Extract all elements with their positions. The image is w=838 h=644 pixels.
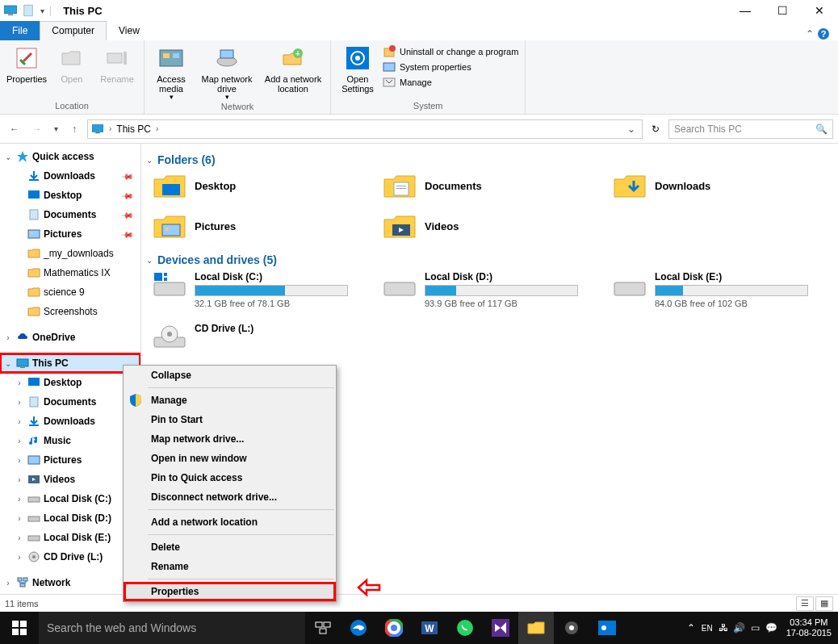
add-network-location-button[interactable]: + Add a network location bbox=[261, 42, 325, 102]
qat-doc-icon[interactable] bbox=[21, 3, 36, 18]
ctx-pin-start[interactable]: Pin to Start bbox=[124, 410, 336, 429]
tab-view[interactable]: View bbox=[107, 21, 152, 40]
up-button[interactable]: ↑ bbox=[65, 119, 84, 139]
sidebar-pc-cd-drive[interactable]: ›CD Drive (L:) bbox=[0, 547, 140, 567]
sidebar-this-pc[interactable]: ⌄This PC bbox=[0, 353, 140, 373]
access-media-button[interactable]: Access media▾ bbox=[149, 42, 193, 102]
ribbon-collapse-chevron[interactable]: ⌃ bbox=[806, 28, 814, 40]
sidebar-pc-downloads[interactable]: ›Downloads bbox=[0, 412, 140, 431]
sidebar-quick-access[interactable]: ⌄ Quick access bbox=[0, 147, 140, 166]
folder-desktop[interactable]: Desktop bbox=[153, 171, 375, 200]
drive-c[interactable]: Local Disk (C:)32.1 GB free of 78.1 GB bbox=[153, 271, 375, 308]
taskbar-search[interactable]: Search the web and Windows bbox=[39, 612, 305, 644]
properties-button[interactable]: Properties bbox=[5, 42, 48, 101]
task-app[interactable] bbox=[589, 612, 625, 644]
sidebar-qa-downloads[interactable]: Downloads📌 bbox=[0, 166, 140, 186]
uninstall-program-button[interactable]: Uninstall or change a program bbox=[383, 45, 518, 58]
task-word[interactable]: W bbox=[412, 612, 447, 644]
ctx-disconnect-drive[interactable]: Disconnect network drive... bbox=[124, 487, 336, 507]
details-view-button[interactable]: ☰ bbox=[796, 596, 814, 611]
folders-header[interactable]: ⌄Folders (6) bbox=[146, 153, 835, 166]
close-button[interactable]: ✕ bbox=[801, 0, 838, 21]
sidebar-qa-documents[interactable]: Documents📌 bbox=[0, 205, 140, 224]
drive-e[interactable]: Local Disk (E:)84.0 GB free of 102 GB bbox=[613, 271, 835, 308]
sidebar-pc-documents[interactable]: ›Documents bbox=[0, 392, 140, 412]
ctx-delete[interactable]: Delete bbox=[124, 537, 336, 557]
folder-documents[interactable]: Documents bbox=[383, 171, 605, 200]
svg-point-28 bbox=[31, 232, 33, 235]
icons-view-button[interactable]: ▦ bbox=[815, 596, 833, 611]
svg-rect-63 bbox=[20, 621, 27, 627]
ctx-map-drive[interactable]: Map network drive... bbox=[124, 429, 336, 449]
drive-d[interactable]: Local Disk (D:)93.9 GB free of 117 GB bbox=[383, 271, 605, 308]
task-explorer[interactable] bbox=[518, 612, 554, 644]
back-button[interactable]: ← bbox=[5, 119, 24, 139]
forward-button[interactable]: → bbox=[27, 119, 47, 139]
ctx-rename[interactable]: Rename bbox=[124, 557, 336, 576]
task-vs[interactable] bbox=[483, 612, 518, 644]
ribbon-group-system: Open Settings Uninstall or change a prog… bbox=[331, 40, 526, 114]
tray-chevron[interactable]: ⌃ bbox=[683, 612, 699, 644]
manage-button[interactable]: Manage bbox=[383, 76, 518, 89]
system-properties-button[interactable]: System properties bbox=[383, 61, 518, 73]
task-chrome[interactable] bbox=[376, 612, 412, 644]
ctx-properties[interactable]: Properties bbox=[124, 582, 336, 601]
help-icon[interactable]: ? bbox=[817, 27, 830, 40]
svg-rect-57 bbox=[384, 282, 415, 295]
refresh-button[interactable]: ↻ bbox=[646, 119, 665, 139]
task-edge[interactable] bbox=[341, 612, 376, 644]
tray-volume-icon[interactable]: 🔊 bbox=[731, 612, 748, 644]
minimize-button[interactable]: — bbox=[727, 0, 764, 21]
start-button[interactable] bbox=[0, 612, 39, 644]
whatsapp-icon bbox=[456, 619, 474, 637]
tray-battery-icon[interactable]: ▭ bbox=[748, 612, 764, 644]
folder-videos[interactable]: Videos bbox=[383, 211, 605, 240]
download-icon bbox=[27, 169, 40, 182]
pc-icon bbox=[3, 3, 18, 18]
ctx-manage[interactable]: Manage bbox=[124, 391, 336, 410]
sidebar-pc-music[interactable]: ›Music bbox=[0, 431, 140, 450]
ctx-add-network-location[interactable]: Add a network location bbox=[124, 512, 336, 532]
sidebar-qa-math[interactable]: Mathematics IX bbox=[0, 263, 140, 282]
sidebar-pc-videos[interactable]: ›Videos bbox=[0, 470, 140, 489]
search-input[interactable]: Search This PC 🔍 bbox=[668, 119, 833, 139]
tray-network-icon[interactable]: 🖧 bbox=[715, 612, 731, 644]
drive-cd[interactable]: CD Drive (L:) bbox=[153, 323, 375, 352]
sidebar-qa-screenshots[interactable]: Screenshots bbox=[0, 302, 140, 321]
task-settings[interactable] bbox=[554, 612, 589, 644]
sidebar-pc-pictures[interactable]: ›Pictures bbox=[0, 450, 140, 470]
ctx-open-new-window[interactable]: Open in new window bbox=[124, 449, 336, 468]
sidebar-qa-pictures[interactable]: Pictures📌 bbox=[0, 224, 140, 244]
ctx-collapse[interactable]: Collapse bbox=[124, 366, 336, 385]
svg-text:+: + bbox=[295, 49, 300, 58]
map-drive-button[interactable]: Map network drive▾ bbox=[195, 42, 259, 102]
sidebar-qa-science[interactable]: science 9 bbox=[0, 282, 140, 302]
maximize-button[interactable]: ☐ bbox=[764, 0, 801, 21]
recent-dropdown[interactable]: ▾ bbox=[50, 119, 61, 139]
tab-file[interactable]: File bbox=[0, 21, 40, 40]
sidebar-pc-disk-c[interactable]: ›Local Disk (C:) bbox=[0, 489, 140, 508]
ctx-pin-qa[interactable]: Pin to Quick access bbox=[124, 468, 336, 487]
sidebar-qa-mydownloads[interactable]: _my_downloads bbox=[0, 244, 140, 263]
open-settings-button[interactable]: Open Settings bbox=[336, 42, 379, 101]
breadcrumb[interactable]: This PC bbox=[116, 123, 151, 135]
folder-pictures[interactable]: Pictures bbox=[153, 211, 375, 240]
sidebar-pc-desktop[interactable]: ›Desktop bbox=[0, 373, 140, 392]
address-dropdown[interactable]: ⌄ bbox=[624, 123, 639, 135]
sidebar-pc-disk-e[interactable]: ›Local Disk (E:) bbox=[0, 528, 140, 547]
rename-icon bbox=[104, 45, 130, 71]
tray-action-center-icon[interactable]: 💬 bbox=[764, 612, 780, 644]
tray-language[interactable]: EN bbox=[699, 612, 715, 644]
drives-header[interactable]: ⌄Devices and drives (5) bbox=[146, 253, 835, 266]
sidebar-network[interactable]: ›Network bbox=[0, 573, 140, 592]
taskbar-clock[interactable]: 03:34 PM 17-08-2015 bbox=[780, 617, 838, 638]
task-view-button[interactable] bbox=[305, 612, 341, 644]
sidebar-pc-disk-d[interactable]: ›Local Disk (D:) bbox=[0, 508, 140, 528]
task-whatsapp[interactable] bbox=[447, 612, 483, 644]
sidebar-onedrive[interactable]: ›OneDrive bbox=[0, 328, 140, 347]
sidebar-qa-desktop[interactable]: Desktop📌 bbox=[0, 186, 140, 205]
tab-computer[interactable]: Computer bbox=[40, 21, 107, 40]
folder-downloads[interactable]: Downloads bbox=[613, 171, 835, 200]
qat-dropdown[interactable]: ▾ bbox=[40, 6, 44, 15]
address-bar[interactable]: › This PC › ⌄ bbox=[87, 119, 643, 139]
